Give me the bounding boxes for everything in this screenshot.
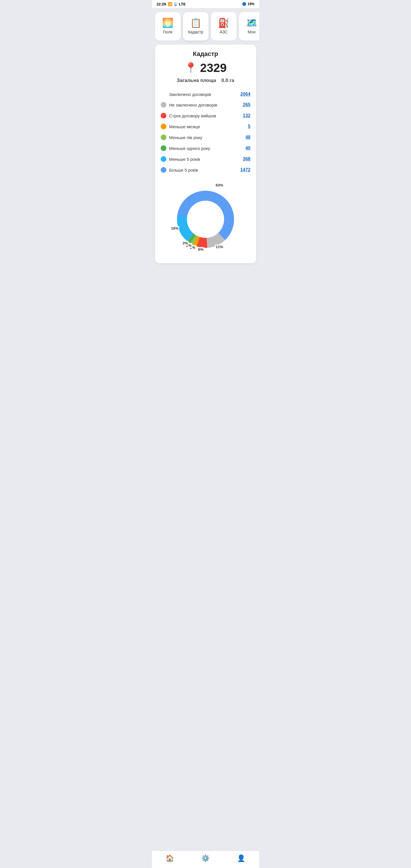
area-row: Загальна площа 0.0 га [161, 78, 251, 83]
status-icons: 📶 📡 LTE [168, 2, 186, 6]
stat-item-less-half-year: Меньше пів року48 [161, 132, 251, 143]
nav-home[interactable]: 🏠 [165, 854, 174, 862]
stat-value-not-contracted[interactable]: 265 [243, 102, 251, 107]
stat-item-less-5-years: Меньше 5 років368 [161, 154, 251, 164]
home-icon: 🏠 [165, 854, 174, 862]
battery-level: 15% [248, 2, 254, 6]
area-label: Загальна площа [177, 78, 216, 83]
chart-container: 63%11%6%2%2%2%16% [161, 182, 251, 256]
chart-label-more-5-years: 63% [215, 183, 224, 188]
stat-value-less-month[interactable]: 5 [248, 124, 251, 129]
stat-label-contracted: Заключено договорів [169, 92, 238, 97]
stat-label-expired: Строк договору вийшов [169, 113, 240, 118]
stat-label-less-month: Меньше місяця [169, 124, 245, 129]
stat-dot-not-contracted [161, 102, 166, 107]
stat-dot-less-5-years [161, 156, 166, 162]
status-bar-left: 22:29 📶 📡 LTE [157, 2, 186, 6]
stats-list: Заключено договорів2064Не заключено дого… [161, 89, 251, 175]
stat-value-expired[interactable]: 132 [243, 113, 251, 118]
svg-point-0 [187, 201, 224, 238]
chart-label-expired: 6% [197, 247, 204, 252]
bluetooth-icon: 🔵 [242, 2, 246, 6]
stat-label-more-5-years: Більше 5 років [169, 167, 238, 173]
stat-dot-less-half-year [161, 134, 166, 140]
status-bar-right: 🔵 15% [242, 2, 254, 6]
settings-icon: ⚙️ [201, 854, 210, 862]
nav-card-icon-gas: ⛽ [218, 18, 229, 27]
chart-label-not-contracted: 11% [215, 244, 224, 249]
nav-profile[interactable]: 👤 [237, 854, 246, 862]
stat-dot-expired [161, 113, 166, 119]
stat-item-more-5-years: Більше 5 років1472 [161, 164, 251, 175]
nav-card-label-cadastre: Кадастр [188, 30, 203, 34]
main-card: Кадастр 📍 2329 Загальна площа 0.0 га Зак… [155, 44, 256, 263]
nav-card-label-fields: Поля [163, 30, 172, 34]
stat-item-expired: Строк договору вийшов132 [161, 110, 251, 121]
nav-settings[interactable]: ⚙️ [201, 854, 210, 862]
card-title: Кадастр [161, 50, 251, 58]
cadastre-icon: 📍 [184, 62, 197, 74]
stat-label-less-year: Меньше одного року [169, 146, 243, 151]
nav-card-icon-cadastre: 📋 [190, 18, 201, 27]
total-count: 2329 [200, 61, 227, 75]
stat-label-less-half-year: Меньше пів року [169, 135, 243, 140]
stat-value-less-half-year[interactable]: 48 [246, 135, 251, 140]
nav-card-icon-mop: 🗺️ [246, 18, 257, 27]
count-row: 📍 2329 [161, 61, 251, 75]
nav-card-gas[interactable]: ⛽АЗС [211, 12, 236, 40]
chart-label-less-year: 2% [182, 241, 189, 246]
profile-icon: 👤 [237, 854, 246, 862]
stat-item-not-contracted: Не заключено договорів265 [161, 99, 251, 110]
stat-label-not-contracted: Не заключено договорів [169, 102, 240, 107]
bottom-nav: 🏠 ⚙️ 👤 [152, 850, 259, 868]
stat-value-less-year[interactable]: 40 [246, 146, 251, 151]
stat-item-less-year: Меньше одного року40 [161, 143, 251, 154]
nav-card-cadastre[interactable]: 📋Кадастр [183, 12, 209, 40]
area-value: 0.0 га [221, 78, 234, 83]
status-time: 22:29 [157, 2, 166, 6]
stat-value-less-5-years[interactable]: 368 [243, 156, 251, 162]
nav-card-icon-fields: 🌅 [162, 18, 173, 27]
stat-item-contracted: Заключено договорів2064 [161, 89, 251, 99]
status-bar: 22:29 📶 📡 LTE 🔵 15% [152, 0, 259, 8]
nav-cards: 🌅Поля📋Кадастр⛽АЗС🗺️Мон [152, 8, 259, 44]
nav-card-label-mop: Мон [248, 30, 255, 34]
stat-value-contracted[interactable]: 2064 [240, 92, 251, 97]
nav-card-fields[interactable]: 🌅Поля [155, 12, 181, 40]
stat-dot-less-year [161, 145, 166, 151]
stat-item-less-month: Меньше місяця5 [161, 121, 251, 132]
chart-label-less-5-years: 16% [170, 226, 179, 231]
stat-label-less-5-years: Меньше 5 років [169, 157, 240, 162]
stat-dot-more-5-years [161, 167, 166, 173]
stat-dot-less-month [161, 124, 166, 129]
nav-card-label-gas: АЗС [220, 30, 228, 34]
stat-value-more-5-years[interactable]: 1472 [240, 167, 251, 173]
nav-card-mop[interactable]: 🗺️Мон [239, 12, 259, 40]
